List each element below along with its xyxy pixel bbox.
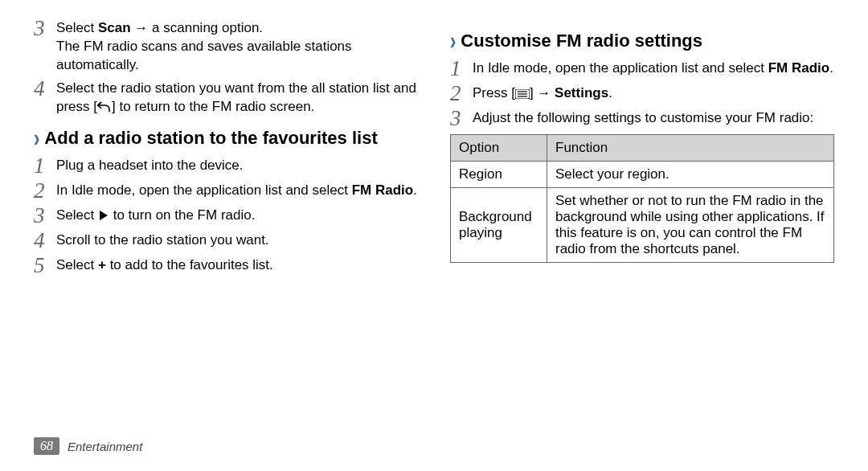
step-number: 2 xyxy=(34,180,56,202)
chevron-icon: › xyxy=(450,29,456,54)
col-option: Option xyxy=(451,135,547,162)
cell-function: Set whether or not to run the FM radio i… xyxy=(547,188,834,263)
right-column: › Customise FM radio settings 1In Idle m… xyxy=(450,19,834,281)
bold-text: Scan xyxy=(98,20,131,35)
bold-text: + xyxy=(98,257,106,272)
step-item: 4Scroll to the radio station you want. xyxy=(34,231,418,252)
right-steps-list: 1In Idle mode, open the application list… xyxy=(450,59,834,129)
step-body: Plug a headset into the device. xyxy=(56,157,244,175)
step-item: 3Select to turn on the FM radio. xyxy=(34,207,418,227)
table-row: Background playingSet whether or not to … xyxy=(451,188,834,263)
step-item: 3Select Scan → a scanning option.The FM … xyxy=(34,19,418,75)
step-body: In Idle mode, open the application list … xyxy=(56,182,417,200)
table-header-row: Option Function xyxy=(451,135,834,162)
columns: 3Select Scan → a scanning option.The FM … xyxy=(34,19,834,281)
heading-add-favourite: › Add a radio station to the favourites … xyxy=(34,128,418,149)
left-column: 3Select Scan → a scanning option.The FM … xyxy=(34,19,418,281)
cell-function: Select your region. xyxy=(547,162,834,188)
step-body: Select Scan → a scanning option.The FM r… xyxy=(56,19,418,75)
step-number: 2 xyxy=(450,83,473,104)
step-body: Select the radio station you want from t… xyxy=(56,80,418,117)
step-item: 2Press [] → Settings. xyxy=(450,84,834,104)
bold-text: Settings xyxy=(555,85,608,100)
pre-steps-list: 3Select Scan → a scanning option.The FM … xyxy=(34,19,418,117)
table-row: RegionSelect your region. xyxy=(451,162,834,188)
cell-option: Region xyxy=(451,162,547,188)
chevron-icon: › xyxy=(34,125,39,150)
step-number: 4 xyxy=(34,230,56,252)
heading-text: Customise FM radio settings xyxy=(461,31,702,51)
bold-text: FM Radio xyxy=(768,60,830,76)
step-number: 4 xyxy=(34,78,56,100)
step-item: 4Select the radio station you want from … xyxy=(34,80,418,117)
step-item: 3Adjust the following settings to custom… xyxy=(450,109,834,129)
step-number: 5 xyxy=(34,255,56,276)
step-number: 1 xyxy=(34,155,56,177)
step-item: 5Select + to add to the favourites list. xyxy=(34,256,418,276)
step-item: 1In Idle mode, open the application list… xyxy=(450,59,834,80)
heading-text: Add a radio station to the favourites li… xyxy=(44,128,377,149)
bold-text: FM Radio xyxy=(352,182,414,198)
step-number: 3 xyxy=(34,18,56,39)
page-footer: 68 Entertainment xyxy=(34,437,142,455)
col-function: Function xyxy=(547,135,834,162)
step-number: 3 xyxy=(450,108,473,129)
manual-page: 3Select Scan → a scanning option.The FM … xyxy=(0,0,868,471)
step-extra: The FM radio scans and saves available s… xyxy=(56,38,418,75)
step-item: 1Plug a headset into the device. xyxy=(34,157,418,177)
cell-option: Background playing xyxy=(451,188,547,263)
step-number: 1 xyxy=(450,58,473,80)
step-item: 2In Idle mode, open the application list… xyxy=(34,182,418,202)
step-body: In Idle mode, open the application list … xyxy=(473,59,833,78)
step-body: Scroll to the radio station you want. xyxy=(56,231,269,250)
play-icon xyxy=(98,210,109,221)
step-body: Press [] → Settings. xyxy=(473,84,612,103)
section-label: Entertainment xyxy=(68,440,142,453)
step-body: Select + to add to the favourites list. xyxy=(56,256,273,275)
left-steps-list: 1Plug a headset into the device.2In Idle… xyxy=(34,157,418,276)
step-body: Adjust the following settings to customi… xyxy=(473,109,813,128)
settings-table: Option Function RegionSelect your region… xyxy=(450,134,834,263)
step-number: 3 xyxy=(34,205,56,227)
back-icon xyxy=(97,101,112,113)
step-body: Select to turn on the FM radio. xyxy=(56,207,255,225)
heading-customise: › Customise FM radio settings xyxy=(450,31,834,51)
page-number: 68 xyxy=(34,437,59,455)
menu-icon xyxy=(515,89,530,99)
